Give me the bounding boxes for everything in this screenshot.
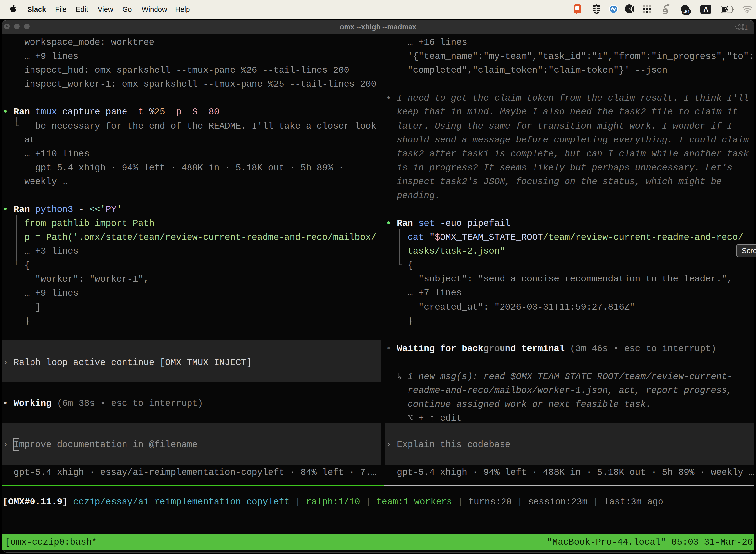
svg-text:1: 1: [744, 24, 748, 31]
svg-text:A: A: [703, 6, 708, 13]
svg-text:..61: ..61: [682, 9, 690, 14]
